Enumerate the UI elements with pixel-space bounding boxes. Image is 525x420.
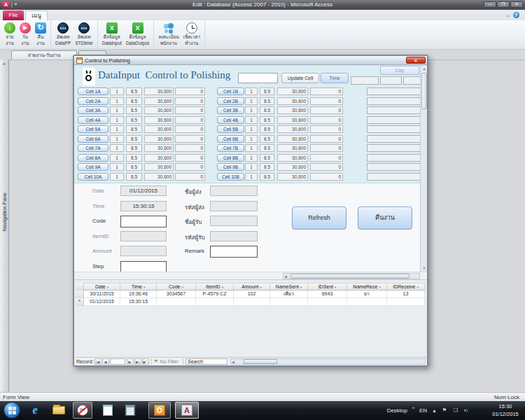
no-filter-label[interactable]: No Filter — [160, 359, 178, 364]
form-horizontal-scrollbar[interactable]: ◀ — [283, 273, 420, 279]
cell-namerece[interactable] — [347, 298, 387, 306]
record-selector[interactable] — [76, 290, 84, 298]
ribbon-button-งาน[interactable]: จ่ายงาน — [2, 22, 18, 47]
cell-value-field[interactable]: 8.5 — [260, 173, 274, 181]
ribbon-button-dataoutput[interactable]: ดึงข้อมูลDataOutput — [124, 22, 151, 47]
cell-value-field[interactable]: 30,600 — [277, 163, 308, 171]
language-indicator[interactable]: EN — [419, 407, 427, 414]
cell-value-field[interactable]: 8.5 — [126, 163, 142, 171]
cell-value-field[interactable]: 8.5 — [126, 106, 142, 114]
cell-idsent[interactable]: 6943 — [308, 290, 347, 298]
cell-value-field[interactable]: 8.5 — [260, 125, 274, 133]
cell-amount[interactable] — [234, 298, 270, 306]
column-header-code[interactable]: Code▾ — [157, 283, 196, 290]
sort-arrow-icon[interactable]: ▾ — [417, 286, 419, 289]
cell-button-cell-2a[interactable]: Cell 2A — [78, 97, 108, 105]
cell-value-field[interactable]: 1 — [110, 163, 124, 171]
column-header-time[interactable]: Time▾ — [120, 283, 157, 290]
show-desktop-label[interactable]: Desktop — [387, 407, 407, 414]
cell-value-field[interactable]: 8.5 — [126, 144, 142, 152]
taskbar-access-icon[interactable]: A — [175, 402, 199, 419]
cell-amount[interactable]: 102 — [234, 290, 270, 298]
cell-value-field[interactable]: 1 — [245, 106, 258, 114]
cell-value-field[interactable]: 30,600 — [144, 144, 174, 152]
taskbar-outlook-icon[interactable]: O — [148, 402, 171, 419]
cell-value-field[interactable]: 0 — [310, 144, 343, 152]
volume-icon[interactable]: ◖) — [463, 407, 468, 412]
cell-button-cell-4b[interactable]: Cell 4B — [217, 116, 244, 124]
cell-value-field[interactable]: 1 — [245, 154, 258, 162]
cell-time[interactable]: 19:36:46 — [120, 290, 157, 298]
cell-value-field[interactable]: 1 — [245, 135, 258, 143]
next-record-button[interactable]: ▶ — [127, 358, 134, 365]
cell-value-field[interactable]: 1 — [245, 125, 258, 133]
cell-value-field[interactable]: 1 — [110, 106, 124, 114]
cell-value-field[interactable]: 30,600 — [277, 125, 308, 133]
cell-side-field[interactable] — [367, 163, 424, 171]
cell-value-field[interactable]: 8.5 — [126, 116, 142, 124]
cell-value-field[interactable]: 0 — [310, 88, 343, 95]
ribbon-button-datapp[interactable]: อัพเดทDataPP — [53, 22, 73, 47]
cell-value-field[interactable]: 0 — [310, 125, 343, 133]
cell-button-cell-9b[interactable]: Cell 9B — [217, 163, 244, 171]
cell-value-field[interactable]: 8.5 — [260, 88, 274, 95]
cell-button-cell-8b[interactable]: Cell 8B — [217, 154, 244, 162]
cell-side-field[interactable] — [367, 88, 424, 95]
cell-value-field[interactable]: 8.5 — [126, 97, 142, 105]
sort-arrow-icon[interactable]: ▾ — [107, 286, 108, 289]
cell-value-field[interactable]: 30,600 — [144, 106, 174, 114]
document-tab[interactable]: จ่ายงาน-รับงาน — [11, 50, 77, 59]
cell-date[interactable]: 01/12/2015 — [84, 298, 120, 306]
column-header-amount[interactable]: Amount▾ — [234, 283, 270, 290]
cell-value-field[interactable]: 0 — [175, 88, 205, 95]
cell-button-cell-2b[interactable]: Cell 2B — [217, 97, 244, 105]
cell-button-cell-3a[interactable]: Cell 3A — [78, 106, 108, 114]
cell-side-field[interactable] — [367, 97, 424, 105]
column-header-date[interactable]: Date▾ — [84, 283, 120, 290]
cell-value-field[interactable]: 8.5 — [126, 154, 142, 162]
cell-button-cell-8a[interactable]: Cell 8A — [78, 154, 108, 162]
ribbon-button-งาน[interactable]: คืนงาน — [33, 22, 48, 47]
cell-value-field[interactable]: 30,600 — [277, 154, 308, 162]
cell-side-field[interactable] — [367, 154, 424, 162]
network-icon[interactable]: ❏ — [454, 407, 458, 413]
cell-side-field[interactable] — [367, 125, 424, 133]
minimize-ribbon-icon[interactable]: ▵ — [507, 13, 510, 18]
taskbar-ie-icon[interactable]: e — [25, 402, 45, 419]
action-center-flag-icon[interactable]: ⚑ — [442, 407, 447, 413]
navigation-pane-collapsed[interactable]: » Navigation Pane — [0, 59, 9, 392]
cell-value-field[interactable]: 30,600 — [144, 163, 174, 171]
cell-value-field[interactable]: 1 — [245, 144, 258, 152]
cell-namesent[interactable] — [270, 298, 308, 306]
update-cell-button[interactable]: Update Cell — [281, 73, 319, 83]
cell-side-field[interactable] — [367, 106, 424, 114]
cell-value-field[interactable]: 30,600 — [144, 173, 174, 181]
cell-value-field[interactable]: 0 — [175, 144, 205, 152]
cell-value-field[interactable]: 1 — [110, 88, 124, 95]
close-button[interactable]: ✕ — [510, 1, 523, 8]
ribbon-button-ทำงาน[interactable]: เช็คเวลาทำงาน — [181, 22, 203, 47]
cell-button-cell-4a[interactable]: Cell 4A — [78, 116, 108, 124]
cell-button-cell-7a[interactable]: Cell 7A — [78, 144, 108, 152]
ribbon-button-พนักงาน[interactable]: ลงทะเบียนพนักงาน — [156, 22, 181, 47]
cell-value-field[interactable]: 8.5 — [260, 116, 274, 124]
sort-arrow-icon[interactable]: ▾ — [182, 286, 183, 289]
cell-value-field[interactable]: 8.5 — [260, 106, 274, 114]
cell-value-field[interactable]: 8.5 — [260, 97, 274, 105]
cell-value-field[interactable]: 0 — [310, 116, 343, 124]
form-close-button[interactable]: ✕ — [406, 57, 426, 64]
cell-button-cell-5b[interactable]: Cell 5B — [217, 125, 244, 133]
cell-idreceive[interactable] — [387, 298, 425, 306]
cell-button-cell-3b[interactable]: Cell 3B — [217, 106, 244, 114]
cell-value-field[interactable]: 0 — [310, 173, 343, 181]
day-field-2[interactable] — [380, 76, 402, 85]
search-input[interactable]: Search — [186, 358, 227, 365]
vertical-scroll-thumb[interactable] — [421, 73, 427, 109]
cell-value-field[interactable]: 30,600 — [277, 106, 308, 114]
cell-value-field[interactable]: 8.5 — [126, 173, 142, 181]
cell-value-field[interactable]: 0 — [310, 154, 343, 162]
cell-button-cell-10b[interactable]: Cell 10B — [217, 173, 244, 181]
cell-button-cell-1a[interactable]: Cell 1A — [78, 88, 108, 95]
cell-itemid[interactable] — [196, 298, 234, 306]
cell-value-field[interactable]: 30,600 — [277, 173, 308, 181]
